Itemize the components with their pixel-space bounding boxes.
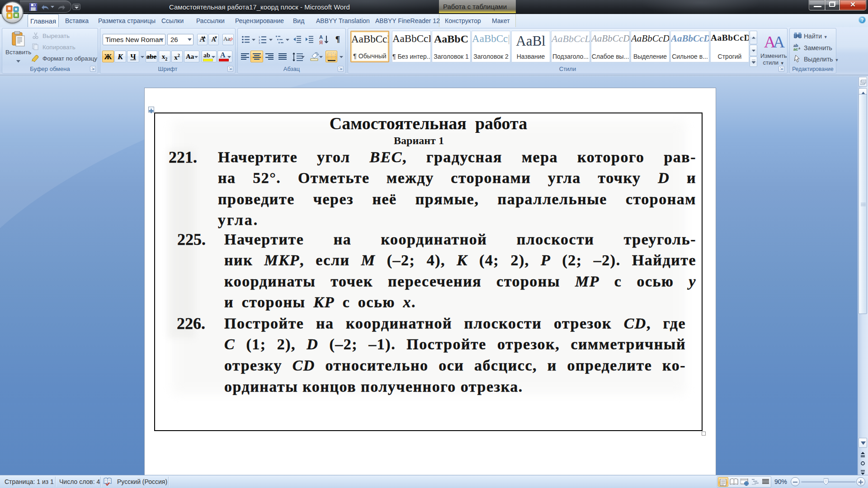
svg-text:ac: ac <box>793 47 798 51</box>
svg-text:3: 3 <box>259 42 260 44</box>
svg-text:А: А <box>319 35 323 40</box>
svg-text:Aa: Aa <box>223 35 230 42</box>
svg-text:2: 2 <box>259 39 260 42</box>
svg-text:Я: Я <box>319 40 323 45</box>
svg-text:1: 1 <box>259 36 260 38</box>
